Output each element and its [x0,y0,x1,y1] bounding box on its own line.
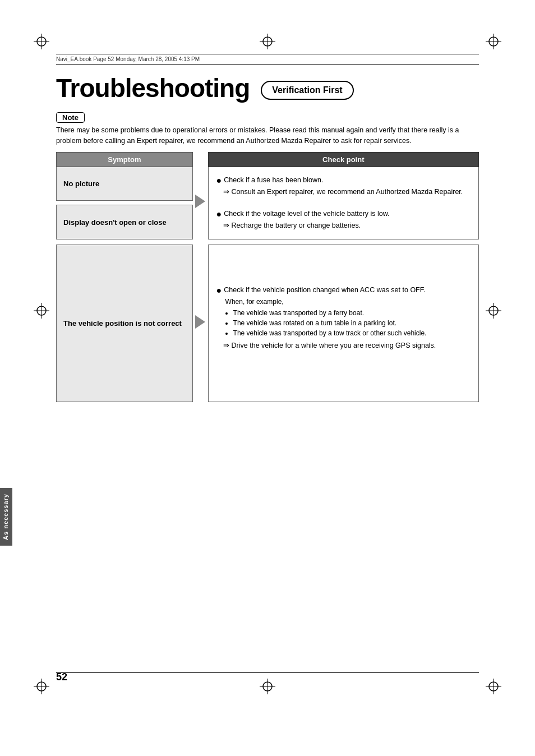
crosshair-bottom-left [34,679,49,694]
th-symptom: Symptom [57,152,193,167]
sub-text-2: Recharge the battery or change batteries… [232,220,361,231]
bullet-tow: The vehicle was transported by a tow tra… [233,328,471,338]
header-line: Navi_EA.book Page 52 Monday, March 28, 2… [56,56,479,65]
symptom-vehicle-position: The vehicle position is not correct [57,245,193,402]
top-rule [56,54,479,54]
row-spacer-2 [57,239,479,245]
page-number: 52 [56,671,67,683]
bullet-dot-3: ● [216,285,222,296]
symptom-no-picture: No picture [57,167,193,201]
arrow-cell-1 [192,167,208,239]
sub-item-2: ⇒ Recharge the battery or change batteri… [223,220,471,231]
page-title: Troubleshooting [56,73,250,103]
sub-item-3: ⇒ Drive the vehicle for a while where yo… [223,340,471,351]
crosshair-mid-right [486,303,501,319]
note-box: Note There may be some problems due to o… [56,112,479,146]
crosshair-bot-mid [260,679,275,694]
check-text-3: Check if the vehicle position changed wh… [224,285,425,296]
bullet-turntable: The vehicle was rotated on a turn table … [233,318,471,328]
note-label: Note [56,112,85,123]
crosshair-top-right [486,34,501,49]
file-info: Navi_EA.book Page 52 Monday, March 28, 2… [56,56,200,62]
crosshair-top-left [34,34,49,49]
crosshair-mid-left [34,303,49,319]
bullet-dot-1: ● [216,175,222,186]
check-item-3: ● Check if the vehicle position changed … [216,285,471,296]
arrow-icon-2 [195,315,205,329]
verification-badge: Verification First [261,81,353,100]
trouble-table: Symptom Check point No picture [56,152,479,403]
crosshair-top-mid [260,34,275,49]
th-check: Check point [208,152,478,167]
sub-item-1: ⇒ Consult an Expert repairer, we recomme… [223,187,471,197]
sub-text-1: Consult an Expert repairer, we recommend… [232,187,463,197]
check-item-1: ● Check if a fuse has been blown. [216,175,471,186]
vehicle-bullets: The vehicle was transported by a ferry b… [224,308,471,338]
arrow-icon [195,195,205,208]
when-text: When, for example, [225,297,471,307]
main-content: Troubleshooting Verification First Note … [56,67,479,402]
crosshair-bottom-right [486,679,501,694]
sub-text-3: Drive the vehicle for a while where you … [232,340,436,351]
check-text-1: Check if a fuse has been blown. [224,175,323,186]
as-necessary-tab: As necessary [0,488,12,546]
page: Navi_EA.book Page 52 Monday, March 28, 2… [0,0,535,756]
symptom-display: Display doesn't open or close [57,205,193,239]
th-arrow-empty [192,152,208,167]
check-item-2: ● Check if the voltage level of the vehi… [216,209,471,219]
check-no-picture: ● Check if a fuse has been blown. ⇒ Cons… [208,167,478,239]
table-row-3: The vehicle position is not correct ● Ch… [57,245,479,402]
arrow-cell-2 [192,245,208,402]
bullet-ferry: The vehicle was transported by a ferry b… [233,308,471,318]
bot-rule [56,672,479,673]
bullet-dot-2: ● [216,209,222,219]
check-vehicle-position: ● Check if the vehicle position changed … [208,245,478,402]
note-text: There may be some problems due to operat… [56,125,479,146]
title-row: Troubleshooting Verification First [56,73,479,103]
check-text-2: Check if the voltage level of the vehicl… [224,209,389,219]
table-row: No picture ● Check if a fuse has been bl… [57,167,479,201]
